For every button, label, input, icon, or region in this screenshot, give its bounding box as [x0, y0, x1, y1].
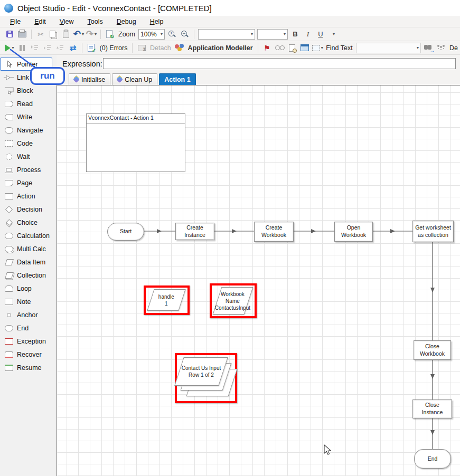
save-button[interactable]	[4, 28, 15, 40]
menu-help[interactable]: Help	[144, 17, 170, 26]
font-color-dropdown[interactable]: ▾	[328, 28, 340, 40]
stage-start[interactable]: Start	[107, 223, 144, 241]
stage-create-instance[interactable]: Create Instance	[175, 223, 214, 240]
copy-button[interactable]	[48, 28, 59, 40]
tab-action-1[interactable]: Action 1	[159, 73, 195, 85]
font-size-select[interactable]: ▾	[257, 29, 288, 40]
stage-open-workbook[interactable]: Open Workbook	[334, 222, 373, 242]
detach-label[interactable]: Detach	[150, 44, 171, 52]
show-window-button[interactable]	[299, 42, 311, 54]
font-family-select[interactable]: ▾	[198, 29, 255, 40]
exception-icon	[3, 338, 15, 345]
toolbox-item-action[interactable]: Action	[0, 189, 57, 203]
flow-canvas[interactable]: VconnexContact - Action 1 Start Create I…	[57, 85, 460, 476]
glasses-icon	[275, 45, 284, 51]
collection-row-indicator: Row 1 of 2	[180, 372, 223, 378]
stage-get-worksheet-as-collection[interactable]: Get worksheet as collection	[412, 221, 454, 242]
step-over-button[interactable]	[42, 42, 53, 54]
menu-view[interactable]: View	[54, 17, 80, 26]
menu-debug[interactable]: Debug	[111, 17, 142, 26]
loop-icon	[3, 285, 15, 292]
expression-input[interactable]	[103, 58, 456, 69]
detach-button[interactable]	[136, 42, 147, 54]
application-modeller-button[interactable]	[174, 42, 185, 54]
zoom-in-button[interactable]: +	[166, 28, 178, 40]
bold-button[interactable]: B	[289, 28, 301, 40]
stage-end[interactable]: End	[414, 449, 451, 469]
errors-label[interactable]: (0) Errors	[100, 44, 128, 52]
collection-contact-us-input[interactable]: Contact Us Input Row 1 of 2	[174, 357, 228, 386]
separator	[132, 43, 133, 53]
step-in-button[interactable]	[29, 42, 41, 54]
stage-create-workbook[interactable]: Create Workbook	[254, 222, 294, 242]
cut-button[interactable]: ✂	[35, 28, 46, 40]
toolbox-item-block[interactable]: Block	[0, 84, 57, 97]
find-next-button[interactable]	[423, 42, 434, 54]
toolbox-item-read[interactable]: Read	[0, 97, 57, 110]
stage-close-workbook[interactable]: Close Workbook	[414, 340, 451, 360]
toolbox-item-code[interactable]: Code	[0, 137, 57, 150]
breakpoint-flag-button[interactable]: ⚑	[261, 42, 273, 54]
application-modeller-icon	[175, 44, 184, 52]
data-item-handle[interactable]: handle 1	[147, 289, 185, 311]
menu-file[interactable]: File	[4, 17, 26, 26]
toolbox-item-end[interactable]: End	[0, 321, 57, 335]
zoom-label: Zoom	[118, 31, 135, 38]
toolbox-item-process[interactable]: Process	[0, 163, 57, 176]
paste-button[interactable]	[60, 28, 72, 40]
calculation-icon	[3, 233, 15, 239]
italic-button[interactable]: I	[302, 28, 314, 40]
people-icon	[437, 45, 445, 51]
save-icon	[6, 31, 13, 37]
detach-icon	[138, 45, 146, 51]
toolbox-item-choice[interactable]: Choice	[0, 216, 57, 229]
reset-button[interactable]: ⇄	[67, 42, 79, 54]
step-out-button[interactable]	[54, 42, 66, 54]
toolbox-item-multi-calc[interactable]: Multi Calc	[0, 242, 57, 255]
separator	[31, 30, 32, 39]
print-button[interactable]	[16, 28, 28, 40]
copy-icon	[50, 31, 55, 37]
toolbox-item-loop[interactable]: Loop	[0, 282, 57, 295]
write-icon	[3, 114, 15, 120]
page-info-box[interactable]: VconnexContact - Action 1	[86, 113, 185, 172]
menu-tools[interactable]: Tools	[82, 17, 109, 26]
watch-button[interactable]	[274, 42, 285, 54]
zoom-select[interactable]: 100% ▾	[138, 29, 165, 40]
anchor-icon	[3, 313, 15, 317]
search-document-button[interactable]	[286, 42, 298, 54]
toolbox-item-anchor[interactable]: Anchor	[0, 308, 57, 321]
tab-clean-up[interactable]: Clean Up	[112, 73, 157, 85]
application-modeller-label[interactable]: Application Modeller	[188, 44, 253, 52]
undo-button[interactable]: ↶▾	[73, 28, 85, 40]
zoom-out-button[interactable]: −	[179, 28, 191, 40]
toolbox-item-recover[interactable]: Recover	[0, 348, 57, 361]
toolbox-item-data-item[interactable]: Data Item	[0, 255, 57, 269]
toolbox-item-navigate[interactable]: Navigate	[0, 123, 57, 137]
run-button[interactable]: ▾	[4, 42, 15, 54]
pause-button[interactable]	[16, 42, 28, 54]
step-out-icon	[56, 44, 64, 51]
data-item-workbook-name[interactable]: Workbook Name ContactusInput	[213, 287, 254, 315]
stage-close-instance[interactable]: Close Instance	[412, 399, 452, 418]
toolbox-item-wait[interactable]: Wait	[0, 150, 57, 163]
expression-label: Expression:	[62, 60, 102, 68]
toolbox-item-decision[interactable]: Decision	[0, 203, 57, 216]
toolbox-item-note[interactable]: Note	[0, 295, 57, 308]
tab-initialise[interactable]: Initialise	[69, 73, 110, 85]
errors-button[interactable]	[86, 42, 97, 54]
menu-edit[interactable]: Edit	[29, 17, 52, 26]
refresh-page-button[interactable]	[104, 28, 116, 40]
toolbox-item-resume[interactable]: Resume	[0, 361, 57, 374]
dependencies-button[interactable]	[435, 42, 447, 54]
toolbox-item-exception[interactable]: Exception	[0, 335, 57, 348]
toolbox-item-page[interactable]: Page	[0, 176, 57, 189]
toolbox-item-write[interactable]: Write	[0, 110, 57, 123]
find-text-input[interactable]: ▾	[356, 43, 421, 53]
toolbox-item-calculation[interactable]: Calculation	[0, 229, 57, 242]
toolbox-item-collection[interactable]: Collection	[0, 269, 57, 282]
redo-button[interactable]: ↷▾	[86, 28, 97, 40]
select-region-button[interactable]: ▾	[312, 42, 323, 54]
underline-button[interactable]: U	[315, 28, 326, 40]
mouse-cursor	[324, 444, 332, 456]
